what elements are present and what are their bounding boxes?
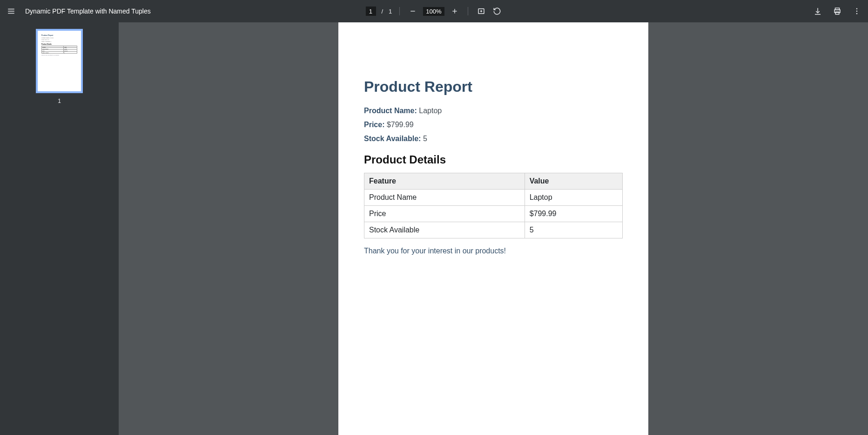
download-icon[interactable] [812, 6, 823, 17]
more-icon[interactable] [851, 6, 862, 17]
svg-point-13 [856, 8, 857, 9]
rotate-icon[interactable] [491, 6, 503, 17]
stock-value: 5 [423, 135, 427, 143]
print-icon[interactable] [832, 6, 843, 17]
thumbnail-sidebar: Product Report Product Name: Laptop Pric… [0, 22, 119, 435]
header-feature: Feature [364, 173, 525, 190]
svg-point-15 [856, 13, 857, 14]
section-title: Product Details [364, 153, 623, 166]
zoom-in-icon[interactable] [449, 6, 460, 17]
toolbar-divider [468, 7, 468, 15]
cell-feature: Stock Available [364, 222, 525, 238]
page-slash: / [381, 8, 383, 15]
product-name-label: Product Name: [364, 107, 417, 115]
product-name-value: Laptop [419, 107, 442, 115]
page-thumbnail[interactable]: Product Report Product Name: Laptop Pric… [36, 29, 83, 93]
footer-note: Thank you for your interest in our produ… [364, 247, 623, 255]
thumbnail-number: 1 [58, 98, 61, 104]
pdf-page: Product Report Product Name: Laptop Pric… [338, 22, 648, 435]
cell-value: 5 [525, 222, 622, 238]
content-area: Product Report Product Name: Laptop Pric… [0, 22, 868, 435]
product-name-line: Product Name: Laptop [364, 107, 623, 115]
toolbar-divider [399, 7, 400, 15]
table-row: Price $799.99 [364, 206, 623, 222]
page-number-input[interactable] [365, 7, 376, 16]
report-title: Product Report [364, 78, 623, 95]
pdf-toolbar: Dynamic PDF Template with Named Tuples /… [0, 0, 868, 22]
zoom-level[interactable]: 100% [423, 7, 444, 16]
page-total: 1 [389, 8, 392, 15]
svg-point-14 [856, 11, 857, 12]
table-row: Product Name Laptop [364, 190, 623, 206]
details-table: Feature Value Product Name Laptop Price … [364, 173, 623, 238]
stock-label: Stock Available: [364, 135, 421, 143]
table-row: Stock Available 5 [364, 222, 623, 238]
cell-feature: Price [364, 206, 525, 222]
table-header-row: Feature Value [364, 173, 623, 190]
zoom-out-icon[interactable] [407, 6, 418, 17]
cell-feature: Product Name [364, 190, 525, 206]
header-value: Value [525, 173, 622, 190]
price-label: Price: [364, 121, 384, 129]
price-value: $799.99 [387, 121, 414, 129]
stock-line: Stock Available: 5 [364, 135, 623, 143]
document-title: Dynamic PDF Template with Named Tuples [25, 7, 151, 15]
page-area[interactable]: Product Report Product Name: Laptop Pric… [119, 22, 868, 435]
menu-icon[interactable] [6, 6, 17, 17]
cell-value: Laptop [525, 190, 622, 206]
cell-value: $799.99 [525, 206, 622, 222]
price-line: Price: $799.99 [364, 121, 623, 129]
fit-page-icon[interactable] [476, 6, 487, 17]
